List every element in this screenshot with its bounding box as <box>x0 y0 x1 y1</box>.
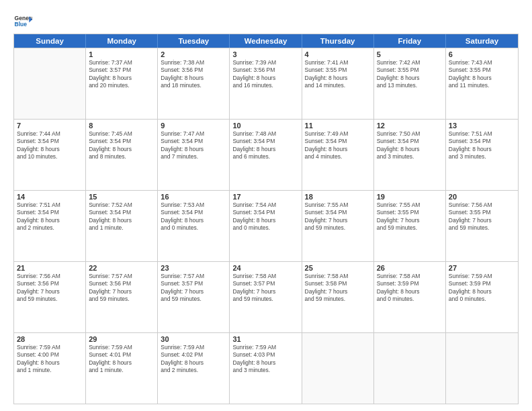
day-info: Sunrise: 7:51 AM Sunset: 3:54 PM Dayligh… <box>449 130 515 161</box>
day-cell-25: 25Sunrise: 7:58 AM Sunset: 3:58 PM Dayli… <box>302 262 374 332</box>
day-number: 18 <box>305 193 371 201</box>
day-number: 10 <box>232 122 298 130</box>
day-info: Sunrise: 7:39 AM Sunset: 3:56 PM Dayligh… <box>232 59 298 90</box>
day-info: Sunrise: 7:59 AM Sunset: 4:03 PM Dayligh… <box>232 344 298 375</box>
day-cell-23: 23Sunrise: 7:57 AM Sunset: 3:57 PM Dayli… <box>158 262 230 332</box>
day-number: 11 <box>305 122 371 130</box>
day-cell-19: 19Sunrise: 7:55 AM Sunset: 3:55 PM Dayli… <box>374 191 446 261</box>
day-cell-18: 18Sunrise: 7:55 AM Sunset: 3:54 PM Dayli… <box>302 191 374 261</box>
day-cell-1: 1Sunrise: 7:37 AM Sunset: 3:57 PM Daylig… <box>86 48 158 119</box>
day-info: Sunrise: 7:57 AM Sunset: 3:57 PM Dayligh… <box>161 273 226 304</box>
day-cell-5: 5Sunrise: 7:42 AM Sunset: 3:55 PM Daylig… <box>374 48 446 119</box>
day-info: Sunrise: 7:55 AM Sunset: 3:55 PM Dayligh… <box>377 201 443 232</box>
day-info: Sunrise: 7:37 AM Sunset: 3:57 PM Dayligh… <box>89 59 154 90</box>
day-info: Sunrise: 7:58 AM Sunset: 3:58 PM Dayligh… <box>305 273 371 304</box>
day-cell-30: 30Sunrise: 7:59 AM Sunset: 4:02 PM Dayli… <box>158 333 230 404</box>
header-day-sunday: Sunday <box>14 34 86 48</box>
day-number: 1 <box>89 50 154 58</box>
day-info: Sunrise: 7:49 AM Sunset: 3:54 PM Dayligh… <box>305 130 371 161</box>
day-number: 8 <box>89 122 154 130</box>
day-cell-11: 11Sunrise: 7:49 AM Sunset: 3:54 PM Dayli… <box>302 120 374 190</box>
day-number: 14 <box>17 193 83 201</box>
logo: General Blue <box>13 12 35 31</box>
day-info: Sunrise: 7:55 AM Sunset: 3:54 PM Dayligh… <box>305 201 371 232</box>
day-cell-6: 6Sunrise: 7:43 AM Sunset: 3:55 PM Daylig… <box>446 48 518 119</box>
week-row-2: 7Sunrise: 7:44 AM Sunset: 3:54 PM Daylig… <box>14 119 518 190</box>
day-cell-31: 31Sunrise: 7:59 AM Sunset: 4:03 PM Dayli… <box>230 333 302 404</box>
day-number: 26 <box>377 264 443 272</box>
day-number: 4 <box>305 50 371 58</box>
calendar: SundayMondayTuesdayWednesdayThursdayFrid… <box>13 34 519 404</box>
day-number: 30 <box>161 335 226 343</box>
day-number: 19 <box>377 193 443 201</box>
header-day-friday: Friday <box>374 34 446 48</box>
day-cell-7: 7Sunrise: 7:44 AM Sunset: 3:54 PM Daylig… <box>14 120 86 190</box>
header-day-saturday: Saturday <box>446 34 518 48</box>
day-number: 13 <box>449 122 515 130</box>
day-cell-27: 27Sunrise: 7:59 AM Sunset: 3:59 PM Dayli… <box>446 262 518 332</box>
day-number: 7 <box>17 122 83 130</box>
svg-text:Blue: Blue <box>15 21 28 28</box>
day-info: Sunrise: 7:50 AM Sunset: 3:54 PM Dayligh… <box>377 130 443 161</box>
calendar-header: SundayMondayTuesdayWednesdayThursdayFrid… <box>14 34 518 48</box>
day-info: Sunrise: 7:57 AM Sunset: 3:56 PM Dayligh… <box>89 273 154 304</box>
day-number: 17 <box>232 193 298 201</box>
day-cell-12: 12Sunrise: 7:50 AM Sunset: 3:54 PM Dayli… <box>374 120 446 190</box>
day-info: Sunrise: 7:59 AM Sunset: 3:59 PM Dayligh… <box>449 273 515 304</box>
day-number: 15 <box>89 193 154 201</box>
day-number: 5 <box>377 50 443 58</box>
day-cell-22: 22Sunrise: 7:57 AM Sunset: 3:56 PM Dayli… <box>86 262 158 332</box>
day-number: 24 <box>232 264 298 272</box>
week-row-1: 1Sunrise: 7:37 AM Sunset: 3:57 PM Daylig… <box>14 48 518 119</box>
day-info: Sunrise: 7:47 AM Sunset: 3:54 PM Dayligh… <box>161 130 226 161</box>
day-number: 16 <box>161 193 226 201</box>
day-cell-24: 24Sunrise: 7:58 AM Sunset: 3:57 PM Dayli… <box>230 262 302 332</box>
day-cell-16: 16Sunrise: 7:53 AM Sunset: 3:54 PM Dayli… <box>158 191 230 261</box>
header-day-monday: Monday <box>86 34 158 48</box>
day-number: 21 <box>17 264 83 272</box>
day-cell-empty-0 <box>14 48 86 119</box>
day-cell-empty-4 <box>302 333 374 404</box>
day-number: 6 <box>449 50 515 58</box>
day-info: Sunrise: 7:48 AM Sunset: 3:54 PM Dayligh… <box>232 130 298 161</box>
day-cell-empty-5 <box>374 333 446 404</box>
day-number: 9 <box>161 122 226 130</box>
day-cell-14: 14Sunrise: 7:51 AM Sunset: 3:54 PM Dayli… <box>14 191 86 261</box>
day-number: 12 <box>377 122 443 130</box>
calendar-body: 1Sunrise: 7:37 AM Sunset: 3:57 PM Daylig… <box>14 48 518 404</box>
header-day-tuesday: Tuesday <box>158 34 230 48</box>
week-row-3: 14Sunrise: 7:51 AM Sunset: 3:54 PM Dayli… <box>14 190 518 261</box>
logo-icon: General Blue <box>13 12 32 31</box>
day-info: Sunrise: 7:56 AM Sunset: 3:56 PM Dayligh… <box>17 273 83 304</box>
day-cell-20: 20Sunrise: 7:56 AM Sunset: 3:55 PM Dayli… <box>446 191 518 261</box>
day-info: Sunrise: 7:59 AM Sunset: 4:02 PM Dayligh… <box>161 344 226 375</box>
day-info: Sunrise: 7:59 AM Sunset: 4:01 PM Dayligh… <box>89 344 154 375</box>
day-info: Sunrise: 7:42 AM Sunset: 3:55 PM Dayligh… <box>377 59 443 90</box>
day-number: 29 <box>89 335 154 343</box>
day-cell-10: 10Sunrise: 7:48 AM Sunset: 3:54 PM Dayli… <box>230 120 302 190</box>
day-cell-empty-6 <box>446 333 518 404</box>
day-info: Sunrise: 7:52 AM Sunset: 3:54 PM Dayligh… <box>89 201 154 232</box>
day-info: Sunrise: 7:51 AM Sunset: 3:54 PM Dayligh… <box>17 201 83 232</box>
day-info: Sunrise: 7:54 AM Sunset: 3:54 PM Dayligh… <box>232 201 298 232</box>
day-info: Sunrise: 7:59 AM Sunset: 4:00 PM Dayligh… <box>17 344 83 375</box>
day-info: Sunrise: 7:53 AM Sunset: 3:54 PM Dayligh… <box>161 201 226 232</box>
day-cell-17: 17Sunrise: 7:54 AM Sunset: 3:54 PM Dayli… <box>230 191 302 261</box>
day-cell-8: 8Sunrise: 7:45 AM Sunset: 3:54 PM Daylig… <box>86 120 158 190</box>
day-cell-9: 9Sunrise: 7:47 AM Sunset: 3:54 PM Daylig… <box>158 120 230 190</box>
day-number: 3 <box>232 50 298 58</box>
day-info: Sunrise: 7:58 AM Sunset: 3:57 PM Dayligh… <box>232 273 298 304</box>
day-number: 27 <box>449 264 515 272</box>
week-row-4: 21Sunrise: 7:56 AM Sunset: 3:56 PM Dayli… <box>14 261 518 332</box>
day-number: 31 <box>232 335 298 343</box>
day-number: 25 <box>305 264 371 272</box>
day-cell-29: 29Sunrise: 7:59 AM Sunset: 4:01 PM Dayli… <box>86 333 158 404</box>
day-cell-2: 2Sunrise: 7:38 AM Sunset: 3:56 PM Daylig… <box>158 48 230 119</box>
day-info: Sunrise: 7:45 AM Sunset: 3:54 PM Dayligh… <box>89 130 154 161</box>
day-info: Sunrise: 7:56 AM Sunset: 3:55 PM Dayligh… <box>449 201 515 232</box>
day-number: 22 <box>89 264 154 272</box>
day-cell-13: 13Sunrise: 7:51 AM Sunset: 3:54 PM Dayli… <box>446 120 518 190</box>
day-cell-28: 28Sunrise: 7:59 AM Sunset: 4:00 PM Dayli… <box>14 333 86 404</box>
day-info: Sunrise: 7:41 AM Sunset: 3:55 PM Dayligh… <box>305 59 371 90</box>
header-day-thursday: Thursday <box>302 34 374 48</box>
